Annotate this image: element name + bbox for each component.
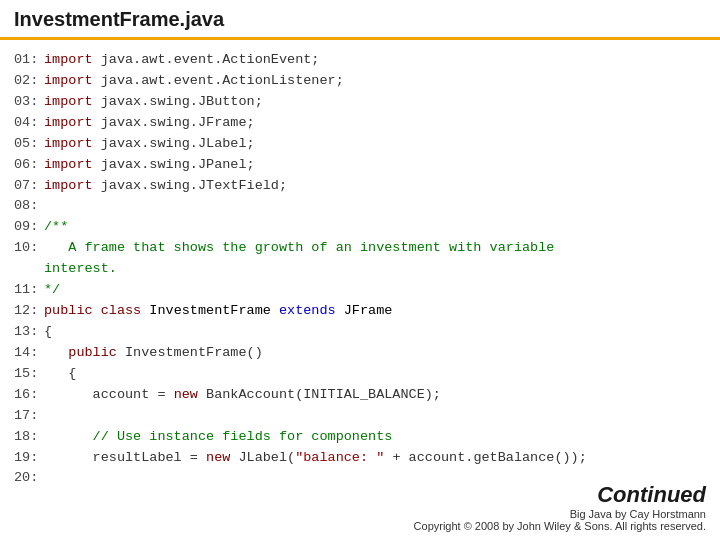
code-token: resultLabel = [44, 448, 206, 469]
line-number: 16: [14, 385, 44, 406]
code-token: A frame that shows the growth of an inve… [44, 238, 554, 259]
line-number: 03: [14, 92, 44, 113]
code-line: 17: [14, 406, 706, 427]
code-line: 03:import javax.swing.JButton; [14, 92, 706, 113]
bigjava-label: Big Java by Cay Horstmann [414, 508, 706, 520]
line-number: 06: [14, 155, 44, 176]
code-line: 01:import java.awt.event.ActionEvent; [14, 50, 706, 71]
page-title: InvestmentFrame.java [14, 8, 706, 31]
line-number: 13: [14, 322, 44, 343]
code-line: 14: public InvestmentFrame() [14, 343, 706, 364]
code-token: import [44, 176, 101, 197]
code-line: 04:import javax.swing.JFrame; [14, 113, 706, 134]
code-token: extends [279, 301, 344, 322]
code-token: javax.swing.JPanel; [101, 155, 255, 176]
line-number: 15: [14, 364, 44, 385]
line-number: 12: [14, 301, 44, 322]
code-token: javax.swing.JLabel; [101, 134, 255, 155]
code-line: 15: { [14, 364, 706, 385]
code-line: 05:import javax.swing.JLabel; [14, 134, 706, 155]
code-token: import [44, 134, 101, 155]
code-token: public [44, 301, 101, 322]
code-area: 01:import java.awt.event.ActionEvent;02:… [0, 40, 720, 495]
footer: Continued Big Java by Cay Horstmann Copy… [414, 482, 706, 532]
code-line: interest. [14, 259, 706, 280]
code-line: 07:import javax.swing.JTextField; [14, 176, 706, 197]
code-token: public [44, 343, 125, 364]
line-number: 18: [14, 427, 44, 448]
code-line: 06:import javax.swing.JPanel; [14, 155, 706, 176]
code-token: javax.swing.JButton; [101, 92, 263, 113]
line-number: 01: [14, 50, 44, 71]
code-token: javax.swing.JTextField; [101, 176, 287, 197]
code-token: "balance: " [295, 448, 384, 469]
code-token: new [206, 448, 238, 469]
code-token: import [44, 113, 101, 134]
code-token: import [44, 71, 101, 92]
line-number: 14: [14, 343, 44, 364]
code-line: 18: // Use instance fields for component… [14, 427, 706, 448]
title-bar: InvestmentFrame.java [0, 0, 720, 40]
code-token: interest. [44, 259, 117, 280]
code-token: import [44, 92, 101, 113]
line-number: 17: [14, 406, 44, 427]
code-token: javax.swing.JFrame; [101, 113, 255, 134]
code-line: 11:*/ [14, 280, 706, 301]
code-line: 12:public class InvestmentFrame extends … [14, 301, 706, 322]
line-number: 08: [14, 196, 44, 217]
code-token: { [44, 364, 76, 385]
code-line: 02:import java.awt.event.ActionListener; [14, 71, 706, 92]
code-token: InvestmentFrame() [125, 343, 263, 364]
code-token: */ [44, 280, 60, 301]
line-number: 09: [14, 217, 44, 238]
code-token: new [174, 385, 206, 406]
code-token: // Use instance fields for components [44, 427, 392, 448]
code-line: 13:{ [14, 322, 706, 343]
code-token: class [101, 301, 150, 322]
line-number: 04: [14, 113, 44, 134]
code-token: JLabel( [238, 448, 295, 469]
line-number: 07: [14, 176, 44, 197]
code-token: java.awt.event.ActionListener; [101, 71, 344, 92]
continued-label: Continued [414, 482, 706, 508]
code-token: JFrame [344, 301, 393, 322]
line-number: 05: [14, 134, 44, 155]
line-number: 19: [14, 448, 44, 469]
line-number: 11: [14, 280, 44, 301]
code-token: account = [44, 385, 174, 406]
line-number: 20: [14, 468, 44, 489]
code-token: InvestmentFrame [149, 301, 279, 322]
code-line: 09:/** [14, 217, 706, 238]
code-token: /** [44, 217, 68, 238]
code-line: 10: A frame that shows the growth of an … [14, 238, 706, 259]
code-line: 08: [14, 196, 706, 217]
code-token: { [44, 322, 52, 343]
code-token: import [44, 50, 101, 71]
line-number: 10: [14, 238, 44, 259]
copyright-label: Copyright © 2008 by John Wiley & Sons. A… [414, 520, 706, 532]
line-number [14, 259, 44, 280]
code-token: java.awt.event.ActionEvent; [101, 50, 320, 71]
code-token: BankAccount(INITIAL_BALANCE); [206, 385, 441, 406]
code-token: + account.getBalance()); [384, 448, 587, 469]
code-line: 19: resultLabel = new JLabel("balance: "… [14, 448, 706, 469]
code-line: 16: account = new BankAccount(INITIAL_BA… [14, 385, 706, 406]
line-number: 02: [14, 71, 44, 92]
code-token: import [44, 155, 101, 176]
